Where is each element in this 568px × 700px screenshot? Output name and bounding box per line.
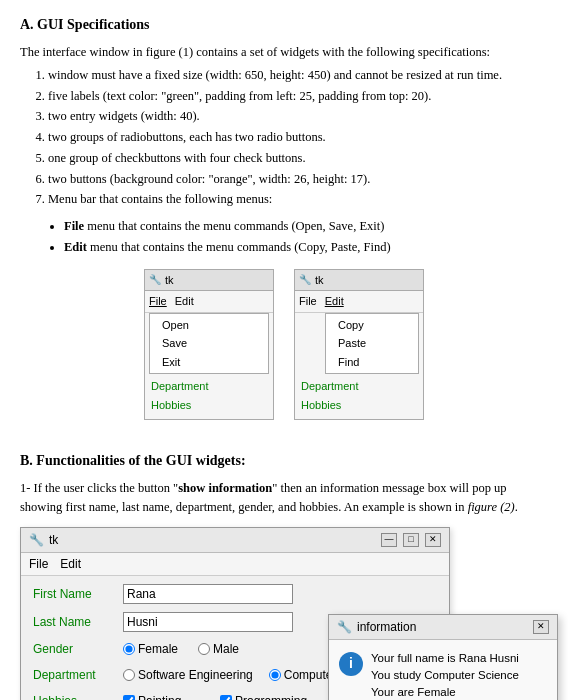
- fig2-title: tk: [315, 272, 324, 289]
- hobbies-group: Painting Programming Drawing Readin: [123, 692, 307, 701]
- department-label: Department: [33, 666, 123, 684]
- dept-se-label: Software Engineering: [138, 666, 253, 684]
- figures-row: 🔧 tk File Edit Open Save Exit Department…: [144, 269, 424, 421]
- section-a: A. GUI Specifications The interface wind…: [20, 14, 548, 434]
- spec-item-7: Menu bar that contains the following men…: [48, 190, 548, 209]
- fig1-hobbies-label: Hobbies: [151, 397, 267, 414]
- fig1-dept-label: Department: [151, 378, 267, 395]
- info-popup: 🔧 information ✕ i Your full name is Rana…: [328, 614, 558, 700]
- func-text-1: 1- If the user clicks the button ": [20, 481, 178, 495]
- spec-item-3: two entry widgets (width: 40).: [48, 107, 548, 126]
- first-name-label: First Name: [33, 585, 123, 603]
- gender-label: Gender: [33, 640, 123, 658]
- gui-title-icon: 🔧: [29, 531, 44, 549]
- fig1-icon: 🔧: [149, 272, 161, 287]
- info-text-content: Your full name is Rana Husni You study C…: [371, 650, 519, 700]
- figures-container: 🔧 tk File Edit Open Save Exit Department…: [20, 259, 548, 435]
- hobby-programming[interactable]: Programming: [220, 692, 307, 701]
- gender-radio-group: Female Male: [123, 640, 239, 658]
- gender-male-label: Male: [213, 640, 239, 658]
- info-title-icon: 🔧: [337, 618, 352, 636]
- maximize-btn[interactable]: □: [403, 533, 419, 547]
- func-text-3: .: [515, 500, 518, 514]
- fig1-titlebar: 🔧 tk: [145, 270, 273, 292]
- info-titlebar: 🔧 information ✕: [329, 615, 557, 640]
- fig2-open-menu: Copy Paste Find: [325, 313, 419, 375]
- spec-item-6: two buttons (background color: "orange",…: [48, 170, 548, 189]
- fig2-menubar: File Edit: [295, 291, 423, 313]
- fig1-menubar: File Edit: [145, 291, 273, 313]
- fig1-edit-menu[interactable]: Edit: [175, 293, 194, 310]
- info-line-1: Your full name is Rana Husni: [371, 650, 519, 667]
- fig2-edit-menu[interactable]: Edit: [325, 293, 344, 310]
- info-close-button[interactable]: ✕: [533, 620, 549, 634]
- fig2-hobbies-label: Hobbies: [301, 397, 417, 414]
- hobby-programming-check[interactable]: [220, 695, 232, 701]
- fig1-menu-open[interactable]: Open: [158, 316, 260, 335]
- hobby-painting-label: Painting: [138, 692, 181, 701]
- info-line-3: Your are Female: [371, 684, 519, 700]
- edit-menu-text: menu that contains the menu commands (Co…: [87, 240, 391, 254]
- dept-se-radio[interactable]: [123, 669, 135, 681]
- fig2-icon: 🔧: [299, 272, 311, 287]
- minimize-btn[interactable]: —: [381, 533, 397, 547]
- gui-title-text: tk: [49, 531, 58, 549]
- info-line-2: You study Computer Science: [371, 667, 519, 684]
- dept-se-option[interactable]: Software Engineering: [123, 666, 253, 684]
- fig1-menu-exit[interactable]: Exit: [158, 353, 260, 372]
- popup-container: 🔧 information ✕ i Your full name is Rana…: [328, 614, 558, 700]
- gender-female-label: Female: [138, 640, 178, 658]
- fig1-file-menu[interactable]: File: [149, 293, 167, 310]
- last-name-label: Last Name: [33, 613, 123, 631]
- last-name-input[interactable]: [123, 612, 293, 632]
- gender-female-option[interactable]: Female: [123, 640, 178, 658]
- close-btn[interactable]: ✕: [425, 533, 441, 547]
- spec-item-5: one group of checkbuttons with four chec…: [48, 149, 548, 168]
- section-b: B. Functionalities of the GUI widgets: 1…: [20, 450, 548, 700]
- section-b-title: B. Functionalities of the GUI widgets:: [20, 450, 548, 471]
- first-name-input[interactable]: [123, 584, 293, 604]
- gender-female-radio[interactable]: [123, 643, 135, 655]
- info-title-text: information: [357, 618, 416, 636]
- hobby-painting[interactable]: Painting: [123, 692, 210, 701]
- figure-ref: figure (2): [468, 500, 515, 514]
- hobby-programming-label: Programming: [235, 692, 307, 701]
- gui-titlebar-left: 🔧 tk: [29, 531, 58, 549]
- file-menu-bold: File: [64, 219, 84, 233]
- figure-2-window: 🔧 tk File Edit Copy Paste Find Departmen…: [294, 269, 424, 421]
- fig2-menu-find[interactable]: Find: [334, 353, 410, 372]
- fig2-file-menu[interactable]: File: [299, 293, 317, 310]
- gender-male-option[interactable]: Male: [198, 640, 239, 658]
- gender-male-radio[interactable]: [198, 643, 210, 655]
- fig2-body: Department Hobbies: [295, 374, 423, 419]
- menu-edit-item: Edit menu that contains the menu command…: [64, 238, 548, 257]
- intro-text: The interface window in figure (1) conta…: [20, 43, 548, 62]
- edit-menu-bold: Edit: [64, 240, 87, 254]
- first-name-row: First Name: [33, 584, 437, 604]
- fig2-menu-copy[interactable]: Copy: [334, 316, 410, 335]
- fig1-title: tk: [165, 272, 174, 289]
- fig2-dept-label: Department: [301, 378, 417, 395]
- dept-cs-radio[interactable]: [269, 669, 281, 681]
- spec-item-2: five labels (text color: "green", paddin…: [48, 87, 548, 106]
- fig2-menu-paste[interactable]: Paste: [334, 334, 410, 353]
- section-a-title: A. GUI Specifications: [20, 14, 548, 35]
- spec-list: window must have a fixed size (width: 65…: [20, 66, 548, 209]
- fig1-open-menu: Open Save Exit: [149, 313, 269, 375]
- spec-item-4: two groups of radiobuttons, each has two…: [48, 128, 548, 147]
- fig1-body: Department Hobbies: [145, 374, 273, 419]
- gui-titlebar: 🔧 tk — □ ✕: [21, 528, 449, 553]
- hobbies-label: Hobbies: [33, 692, 123, 701]
- gui-edit-menu[interactable]: Edit: [60, 555, 81, 573]
- info-body: i Your full name is Rana Husni You study…: [329, 640, 557, 700]
- hobby-painting-check[interactable]: [123, 695, 135, 701]
- gui-titlebar-right: — □ ✕: [381, 533, 441, 547]
- gui-menubar: File Edit: [21, 553, 449, 576]
- info-titlebar-left: 🔧 information: [337, 618, 416, 636]
- func-description: 1- If the user clicks the button "show i…: [20, 479, 548, 517]
- figure-1-window: 🔧 tk File Edit Open Save Exit Department…: [144, 269, 274, 421]
- menu-items-list: File menu that contains the menu command…: [20, 217, 548, 257]
- gui-file-menu[interactable]: File: [29, 555, 48, 573]
- menu-file-item: File menu that contains the menu command…: [64, 217, 548, 236]
- fig1-menu-save[interactable]: Save: [158, 334, 260, 353]
